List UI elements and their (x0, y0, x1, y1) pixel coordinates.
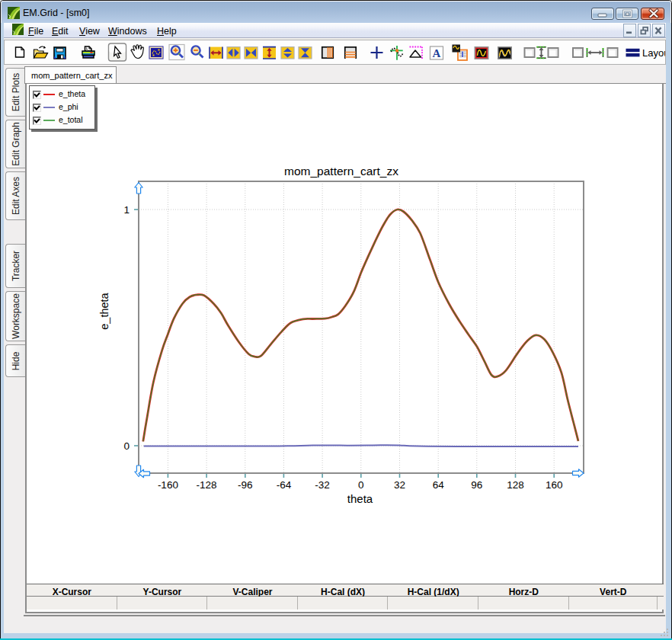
svg-text:-128: -128 (197, 479, 217, 491)
svg-text:Layout: Layout (642, 47, 665, 59)
svg-text:theta: theta (347, 492, 373, 505)
svg-text:0: 0 (123, 440, 130, 452)
svg-text:0: 0 (358, 479, 364, 491)
svg-text:-160: -160 (158, 479, 178, 491)
svg-text:-96: -96 (238, 479, 253, 491)
svg-text:1: 1 (123, 204, 130, 216)
svg-text:64: 64 (433, 479, 445, 491)
svg-text:mom_pattern_cart_zx: mom_pattern_cart_zx (284, 165, 398, 178)
svg-text:-32: -32 (315, 479, 330, 491)
svg-text:32: 32 (394, 479, 405, 491)
svg-text:-64: -64 (277, 479, 292, 491)
svg-text:160: 160 (546, 479, 563, 491)
svg-text:128: 128 (507, 479, 524, 491)
svg-text:A: A (433, 47, 441, 59)
svg-text:e_theta: e_theta (98, 292, 110, 329)
svg-text:96: 96 (471, 479, 482, 491)
